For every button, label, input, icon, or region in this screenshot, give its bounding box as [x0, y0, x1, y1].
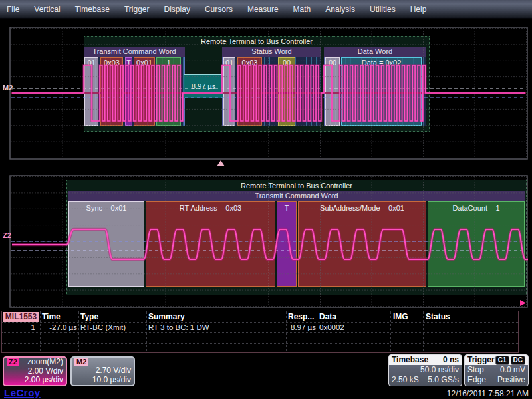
- col-header-status: Status: [426, 312, 450, 322]
- trigger-position-marker[interactable]: [217, 160, 225, 166]
- field-lower-rtaddr: RT Address = 0x03: [146, 201, 275, 287]
- timebase-samples: 2.50 kS: [392, 375, 419, 385]
- menu-file[interactable]: File: [7, 5, 19, 14]
- col-header-img: IMG: [393, 312, 408, 322]
- menu-analysis[interactable]: Analysis: [325, 5, 355, 14]
- upper-data-word-banner: Data Word: [324, 47, 426, 57]
- m2-trace-descriptor[interactable]: M2 2.70 V/div 10.0 µs/div: [70, 356, 135, 386]
- response-gap-label: 8.97 µs: [184, 74, 223, 98]
- col-header-time: Time: [42, 312, 61, 322]
- lower-word-banner: Transmit Command Word: [68, 191, 525, 201]
- cell-time: -27.0 µs: [42, 323, 77, 332]
- field-status-sync: 01: [223, 57, 235, 126]
- z2-source: zoom(M2): [27, 358, 63, 367]
- z2-trace-descriptor[interactable]: Z2 zoom(M2) 2.00 V/div 2.00 µs/div: [3, 356, 67, 386]
- datetime-readout: 12/16/2011 7:58:21 AM: [447, 389, 529, 398]
- trigger-source-chip: C1: [495, 356, 509, 365]
- field-cmd-subaddr: 0x01: [134, 57, 155, 126]
- field-status-flags: 00: [278, 57, 295, 126]
- menu-vertical[interactable]: Vertical: [34, 5, 60, 14]
- timebase-panel[interactable]: Timebase 0 ns 50.0 ns/div 2.50 kS 5.0 GS…: [388, 354, 462, 386]
- upper-status-word-banner: Status Word: [222, 47, 321, 57]
- cell-summary: RT 3 to BC: 1 DW: [148, 323, 209, 332]
- trigger-level: 0.0 mV: [500, 365, 525, 375]
- field-lower-datacount: DataCount = 1: [428, 201, 525, 287]
- field-lower-sync: Sync = 0x01: [68, 201, 144, 287]
- field-cmd-datacount: 1: [156, 57, 181, 126]
- lower-decode-banner: Remote Terminal to Bus Controller: [67, 180, 526, 191]
- table-divider: [2, 343, 518, 344]
- m2-vdiv: 2.70 V/div: [96, 366, 131, 376]
- menu-timebase[interactable]: Timebase: [75, 5, 110, 14]
- menu-measure[interactable]: Measure: [247, 5, 279, 14]
- col-header-resp: Resp...: [288, 312, 314, 322]
- trigger-mode: Stop: [467, 365, 484, 375]
- menu-utilities[interactable]: Utilities: [370, 5, 396, 14]
- z2-badge: Z2: [7, 358, 19, 366]
- trace-label-m2[interactable]: M2: [3, 84, 13, 92]
- mil1553-source-badge[interactable]: MIL1553: [3, 312, 39, 322]
- timebase-label: Timebase: [392, 355, 428, 365]
- upper-cmd-word-banner: Transmit Command Word: [84, 47, 185, 57]
- field-cmd-sync: 01: [84, 57, 98, 126]
- cell-type: RT-BC (Xmit): [80, 323, 126, 332]
- menu-bar: File Vertical Timebase Trigger Display C…: [0, 0, 532, 19]
- field-status-rtaddr: 0x03: [237, 57, 262, 126]
- trigger-kind: Edge: [467, 375, 486, 385]
- cell-resp: 8.97 µs: [287, 323, 316, 332]
- menu-trigger[interactable]: Trigger: [124, 5, 150, 14]
- field-lower-subaddr: SubAddress/Mode = 0x01: [298, 201, 426, 287]
- table-row[interactable]: 1 -27.0 µs RT-BC (Xmit) RT 3 to BC: 1 DW…: [2, 323, 518, 332]
- m2-tdiv: 10.0 µs/div: [92, 376, 131, 385]
- field-data-value: Data = 0x02: [341, 57, 422, 126]
- menu-help[interactable]: Help: [410, 5, 427, 14]
- timebase-tdiv: 50.0 ns/div: [420, 365, 459, 375]
- menu-cursors[interactable]: Cursors: [205, 5, 233, 14]
- m2-badge: M2: [74, 358, 88, 366]
- menu-display[interactable]: Display: [164, 5, 190, 14]
- trigger-panel[interactable]: Trigger C1 DC Stop 0.0 mV Edge Positive: [464, 354, 529, 386]
- field-lower-tr: T: [277, 201, 297, 287]
- lecroy-logo: LeCroy: [4, 387, 41, 398]
- col-header-data: Data: [319, 312, 336, 322]
- trigger-slope: Positive: [497, 375, 525, 385]
- oscilloscope-screen: File Vertical Timebase Trigger Display C…: [0, 0, 532, 399]
- trace-label-z2[interactable]: Z2: [3, 231, 11, 239]
- decode-table: MIL1553 Time Type Summary Resp... Data I…: [1, 311, 519, 353]
- field-cmd-tr: T: [125, 57, 132, 126]
- table-divider: [2, 332, 518, 333]
- trigger-label: Trigger: [467, 355, 495, 365]
- trigger-coupling-chip: DC: [511, 356, 525, 365]
- upper-decode-banner: Remote Terminal to Bus Controller: [84, 37, 429, 47]
- col-header-summary: Summary: [148, 312, 185, 322]
- field-data-sync: 00: [325, 57, 340, 126]
- col-header-type: Type: [80, 312, 98, 322]
- z2-tdiv: 2.00 µs/div: [25, 376, 63, 385]
- z2-vdiv: 2.00 V/div: [28, 367, 63, 376]
- cell-index: 1: [2, 323, 35, 332]
- timebase-offset: 0 ns: [443, 355, 459, 365]
- menu-math[interactable]: Math: [293, 5, 311, 14]
- field-cmd-rtaddr: 0x03: [100, 57, 123, 126]
- timebase-rate: 5.0 GS/s: [428, 375, 459, 385]
- cell-data: 0x0002: [319, 323, 344, 332]
